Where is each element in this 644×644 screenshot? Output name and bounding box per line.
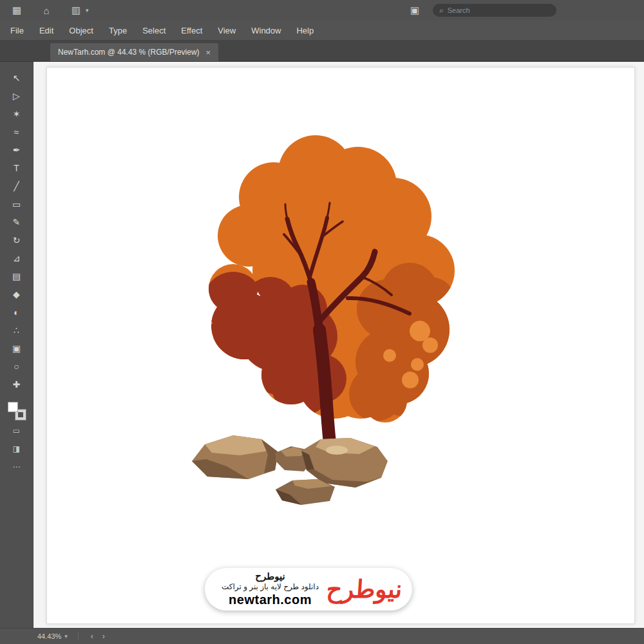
application-bar: ▦ ⌂ ▥ ▾ ▣ ⌕ bbox=[0, 0, 644, 21]
document-tab-title: NewTarh.com @ 44.43 % (RGB/Preview) bbox=[58, 48, 200, 57]
eyedropper-tool[interactable]: ◆ bbox=[8, 287, 25, 301]
fill-swatch[interactable] bbox=[8, 402, 18, 412]
prev-artboard-icon[interactable]: ‹ bbox=[89, 632, 95, 641]
workspace-switcher[interactable]: ▥ ▾ bbox=[68, 5, 89, 16]
chevron-down-icon: ▾ bbox=[64, 633, 68, 639]
rectangle-tool[interactable]: ▭ bbox=[8, 197, 25, 211]
symbol-sprayer-tool[interactable]: ∴ bbox=[8, 323, 25, 337]
artboard bbox=[46, 67, 635, 624]
selection-tool[interactable]: ↖ bbox=[8, 71, 25, 85]
watermark-brand: نیوطرح bbox=[255, 571, 285, 583]
lasso-tool[interactable]: ≈ bbox=[8, 125, 25, 139]
artboard-tool[interactable]: ▣ bbox=[8, 341, 25, 355]
statusbar-divider bbox=[78, 632, 79, 641]
search-input[interactable] bbox=[448, 6, 544, 14]
draw-normal-mode-icon[interactable]: ▭ bbox=[8, 424, 25, 438]
tab-strip: NewTarh.com @ 44.43 % (RGB/Preview) × bbox=[0, 40, 644, 62]
home-icon[interactable]: ⌂ bbox=[39, 5, 54, 16]
menu-effect[interactable]: Effect bbox=[181, 26, 202, 35]
fill-stroke-swatches bbox=[8, 402, 26, 420]
workspace-icon: ▥ bbox=[68, 5, 84, 16]
arrange-documents-icon[interactable]: ▣ bbox=[407, 5, 422, 16]
more-tools-icon[interactable]: ⋯ bbox=[8, 460, 25, 474]
watermark-tagline: دانلود طرح لایه باز بنر و تراکت bbox=[222, 582, 319, 592]
rotate-tool[interactable]: ↻ bbox=[8, 233, 25, 247]
menu-view[interactable]: View bbox=[218, 26, 236, 35]
tools-panel: ↖ ▷ ✶ ≈ ✒ T ╱ ▭ ✎ ↻ ⊿ ▤ ◆ ◐ ∴ ▣ ○ ✚ ▭ ◨ … bbox=[0, 62, 33, 628]
watermark-domain: newtarh.com bbox=[229, 592, 312, 608]
watermark-logo: نیوطرح bbox=[325, 575, 402, 603]
zoom-tool[interactable]: ○ bbox=[8, 359, 25, 374]
chevron-down-icon: ▾ bbox=[86, 7, 89, 14]
pen-tool[interactable]: ✒ bbox=[8, 143, 25, 157]
illustrator-window: ▦ ⌂ ▥ ▾ ▣ ⌕ File Edit Object Type Select… bbox=[0, 0, 644, 644]
type-tool[interactable]: T bbox=[8, 161, 25, 175]
menu-file[interactable]: File bbox=[10, 26, 24, 35]
paintbrush-tool[interactable]: ✎ bbox=[8, 215, 25, 229]
zoom-level-dropdown[interactable]: 44.43% ▾ bbox=[37, 632, 68, 640]
menu-object[interactable]: Object bbox=[69, 26, 93, 35]
line-segment-tool[interactable]: ╱ bbox=[8, 179, 25, 193]
canvas[interactable] bbox=[33, 62, 644, 628]
blend-tool[interactable]: ◐ bbox=[8, 305, 25, 319]
menu-help[interactable]: Help bbox=[296, 26, 314, 35]
menu-type[interactable]: Type bbox=[109, 26, 127, 35]
watermark: نیوطرح دانلود طرح لایه باز بنر و تراکت n… bbox=[205, 568, 412, 611]
search-icon: ⌕ bbox=[439, 6, 444, 15]
search-field[interactable]: ⌕ bbox=[433, 4, 556, 17]
menu-bar: File Edit Object Type Select Effect View… bbox=[0, 21, 644, 40]
draw-behind-mode-icon[interactable]: ◨ bbox=[8, 442, 25, 456]
app-menu-icon[interactable]: ▦ bbox=[9, 5, 24, 16]
next-artboard-icon[interactable]: › bbox=[100, 632, 107, 641]
watermark-texts: نیوطرح دانلود طرح لایه باز بنر و تراکت n… bbox=[222, 571, 319, 609]
magic-wand-tool[interactable]: ✶ bbox=[8, 107, 25, 121]
document-tab[interactable]: NewTarh.com @ 44.43 % (RGB/Preview) × bbox=[50, 43, 218, 61]
zoom-level-value: 44.43% bbox=[37, 632, 61, 640]
menu-select[interactable]: Select bbox=[142, 26, 166, 35]
hand-tool[interactable]: ✚ bbox=[8, 377, 25, 392]
scale-tool[interactable]: ⊿ bbox=[8, 251, 25, 265]
status-bar: 44.43% ▾ ‹ › bbox=[0, 628, 644, 644]
menu-window[interactable]: Window bbox=[251, 26, 281, 35]
gradient-tool[interactable]: ▤ bbox=[8, 269, 25, 283]
direct-selection-tool[interactable]: ▷ bbox=[8, 89, 25, 103]
menu-edit[interactable]: Edit bbox=[39, 26, 53, 35]
close-icon[interactable]: × bbox=[206, 48, 211, 57]
